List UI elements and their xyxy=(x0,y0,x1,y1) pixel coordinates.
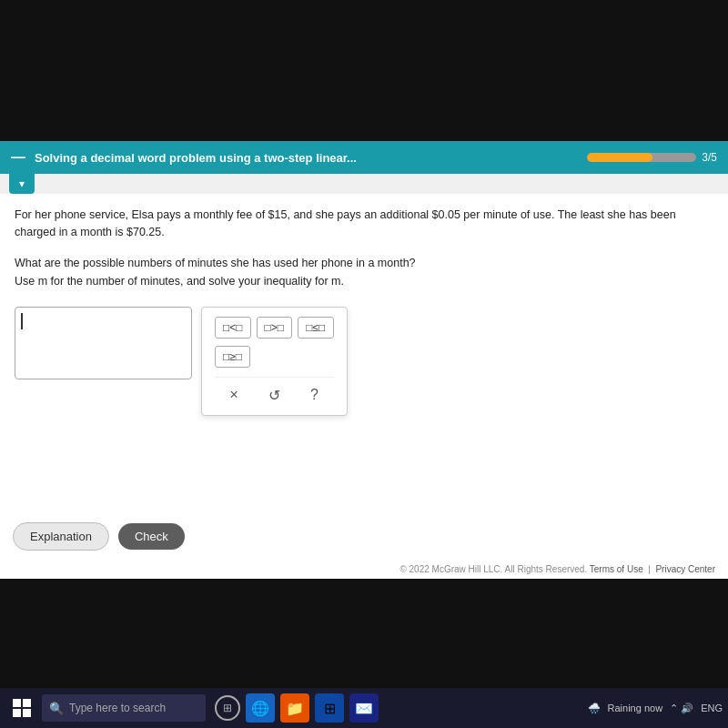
bezel-keyboard xyxy=(0,579,728,688)
clear-btn[interactable]: × xyxy=(223,385,246,405)
collapse-row: ▾ xyxy=(9,174,35,194)
taskbar-right: 🌧️ Raining now ⌃ 🔊 ENG xyxy=(588,703,723,714)
search-placeholder: Type here to search xyxy=(69,702,166,714)
explanation-button[interactable]: Explanation xyxy=(13,522,109,551)
inequality-link[interactable]: inequality xyxy=(264,275,312,288)
check-button[interactable]: Check xyxy=(118,523,185,550)
weather-label: Raining now xyxy=(608,703,663,713)
terms-link[interactable]: Terms of Use xyxy=(590,564,643,574)
footer-bar: © 2022 McGraw Hill LLC. All Rights Reser… xyxy=(399,564,715,574)
progress-text: 3/5 xyxy=(702,151,717,164)
less-than-btn[interactable]: □<□ xyxy=(215,317,251,339)
answer-area: □<□ □>□ □≤□ □≥□ × ↺ ? xyxy=(15,307,713,416)
mail-btn[interactable]: ✉️ xyxy=(349,693,379,723)
start-button[interactable] xyxy=(5,692,38,724)
search-icon: 🔍 xyxy=(49,702,64,715)
progress-bar-fill xyxy=(587,153,652,162)
language-indicator: ENG xyxy=(701,703,723,713)
symbol-grid: □<□ □>□ □≤□ xyxy=(215,317,334,339)
action-row: × ↺ ? xyxy=(215,377,334,406)
bezel-top xyxy=(0,0,728,141)
undo-btn[interactable]: ↺ xyxy=(261,385,288,406)
progress-bar-container xyxy=(587,153,696,162)
taskbar: 🔍 Type here to search ⊞ 🌐 📁 ⊞ ✉️ 🌧️ Rain… xyxy=(0,688,728,728)
search-bar[interactable]: 🔍 Type here to search xyxy=(42,694,206,722)
privacy-link[interactable]: Privacy Center xyxy=(655,564,715,574)
symbol-panel: □<□ □>□ □≤□ □≥□ × ↺ ? xyxy=(201,307,348,416)
folder-btn[interactable]: 📁 xyxy=(280,693,309,723)
windows-logo xyxy=(13,699,31,717)
text-cursor xyxy=(21,313,23,329)
taskbar-icons: ⊞ 🌐 📁 ⊞ ✉️ xyxy=(215,693,379,723)
weather-text: 🌧️ xyxy=(588,703,601,714)
header-bar: — Solving a decimal word problem using a… xyxy=(0,141,728,174)
answer-input-box[interactable] xyxy=(15,307,192,379)
less-equal-btn[interactable]: □≤□ xyxy=(298,317,334,339)
problem-text: For her phone service, Elsa pays a month… xyxy=(15,207,713,241)
greater-equal-btn[interactable]: □≥□ xyxy=(215,346,250,368)
progress-area: 3/5 xyxy=(587,151,717,164)
screen-area: — Solving a decimal word problem using a… xyxy=(0,141,728,587)
minimize-icon: — xyxy=(11,149,25,166)
system-tray: ⌃ 🔊 xyxy=(670,703,693,714)
copyright-text: © 2022 McGraw Hill LLC. All Rights Reser… xyxy=(399,564,587,574)
app-btn-1[interactable]: ⊞ xyxy=(315,693,344,723)
question-text: What are the possible numbers of minutes… xyxy=(15,254,713,290)
collapse-button[interactable]: ▾ xyxy=(9,174,35,194)
help-btn[interactable]: ? xyxy=(303,385,326,405)
browser-btn[interactable]: 🌐 xyxy=(246,693,275,723)
content-panel: For her phone service, Elsa pays a month… xyxy=(0,194,728,587)
task-view-btn[interactable]: ⊞ xyxy=(215,695,240,721)
header-title: Solving a decimal word problem using a t… xyxy=(35,151,587,165)
bottom-actions: Explanation Check xyxy=(13,522,185,551)
greater-than-btn[interactable]: □>□ xyxy=(257,317,293,339)
symbol-row2: □≥□ xyxy=(215,346,334,368)
